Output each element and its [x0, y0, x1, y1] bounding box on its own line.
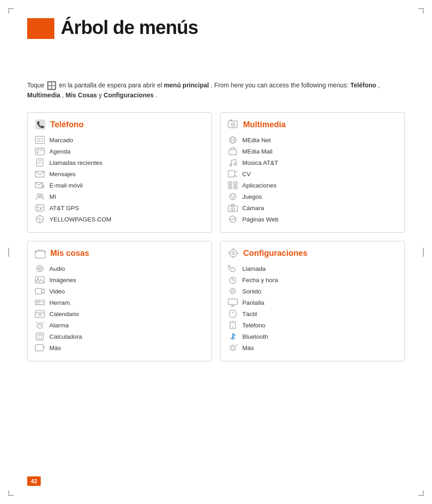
calculadora-icon [34, 332, 46, 341]
svg-point-82 [38, 337, 38, 338]
svg-point-8 [42, 141, 43, 142]
musica-label: Música AT&T [242, 159, 278, 166]
bluetooth-label: Bluetooth [242, 333, 268, 340]
menu-item-mas-conf: Más [227, 343, 398, 352]
calculadora-label: Calculadora [49, 333, 82, 340]
yellowpages-icon [34, 215, 46, 224]
svg-point-87 [41, 338, 42, 339]
corner-mark-tr [418, 8, 424, 14]
telefono-conf-label: Teléfono [242, 322, 265, 329]
svg-point-83 [39, 337, 40, 338]
llamadas-label: Llamadas recientes [49, 159, 102, 166]
menu-item-email: E-mail móvil [34, 181, 205, 190]
menu-grid: 📞 Teléfono Marcado Agenda Llamadas recie… [27, 112, 405, 361]
menu-item-medianet: MEdia Net [227, 135, 398, 144]
menu-box-multimedia: Multimedia MEdia Net MEdia Mall Música A… [220, 112, 405, 233]
mas-miscosas-icon [34, 343, 46, 352]
cv-icon [227, 169, 239, 178]
svg-point-24 [40, 194, 43, 197]
intro-text-before: Toque [27, 82, 46, 89]
svg-point-92 [232, 252, 235, 254]
multimedia-title: Multimedia [243, 120, 286, 130]
svg-rect-2 [35, 136, 44, 144]
svg-point-7 [39, 141, 41, 142]
menu-item-camara: Cámara [227, 203, 398, 212]
menu-item-alarma: Alarma [34, 321, 205, 330]
mensajes-icon [34, 169, 46, 178]
svg-line-78 [36, 322, 37, 323]
svg-point-5 [42, 139, 43, 140]
svg-point-112 [232, 326, 234, 328]
svg-marker-53 [231, 204, 235, 206]
calendario-label: Calendario [49, 311, 79, 317]
mediamall-label: MEdia Mall [242, 148, 273, 155]
svg-point-113 [230, 345, 235, 350]
mi-icon [34, 192, 46, 201]
menu-item-mediamall: MEdia Mall [227, 147, 398, 156]
side-mark-right [423, 248, 424, 257]
svg-rect-46 [228, 186, 232, 189]
menu-item-paginasweb: Páginas Web [227, 215, 398, 224]
intro-bold-miscosas: Mis Cosas [66, 91, 97, 99]
svg-text:30: 30 [38, 313, 42, 317]
svg-rect-110 [230, 322, 235, 329]
svg-line-42 [235, 171, 237, 173]
svg-text:📞: 📞 [37, 121, 45, 129]
svg-line-43 [235, 175, 237, 177]
intro-text-after: . From here you can access the following… [211, 82, 350, 89]
orange-accent-bar [27, 18, 54, 39]
menu-item-sonido: Sonido [227, 287, 398, 296]
menu-item-fechahora: 10 Fecha y hora [227, 275, 398, 284]
juegos-icon [227, 192, 239, 201]
menu-item-cv: CV [227, 169, 398, 178]
mas-conf-icon [227, 343, 239, 352]
svg-marker-67 [42, 289, 44, 293]
video-icon [34, 287, 46, 296]
pantalla-icon [227, 298, 239, 307]
svg-rect-81 [38, 334, 42, 336]
mas-miscosas-label: Más [49, 345, 61, 351]
imagenes-icon [34, 275, 46, 284]
corner-mark-bl [8, 490, 14, 496]
side-mark-left [8, 248, 9, 257]
corner-mark-br [418, 490, 424, 496]
menu-item-agenda: Agenda [34, 147, 205, 156]
alarma-label: Alarma [49, 322, 69, 329]
svg-rect-58 [35, 251, 45, 258]
menu-item-mas-miscosas: Más [34, 343, 205, 352]
intro-bold-configuraciones: Configuraciones [104, 91, 154, 99]
menu-item-calendario: 30 Calendario [34, 309, 205, 318]
title-section: Árbol de menús [27, 18, 198, 39]
menu-box-header-miscosas: Mis cosas [34, 247, 205, 259]
imagenes-label: Imágenes [49, 277, 76, 283]
herram-label: Herram. [49, 299, 72, 306]
svg-rect-104 [228, 299, 237, 305]
juegos-label: Juegos [242, 193, 262, 200]
miscosas-title: Mis cosas [50, 249, 89, 258]
camara-label: Cámara [242, 205, 264, 211]
menu-item-aplicaciones: Aplicaciones [227, 181, 398, 190]
paginasweb-icon [227, 215, 239, 224]
svg-marker-32 [230, 120, 232, 121]
menu-item-mi: MI [34, 192, 205, 201]
herram-icon [34, 298, 46, 307]
svg-point-28 [40, 208, 42, 210]
llamadas-icon [34, 158, 46, 167]
svg-rect-88 [35, 345, 43, 351]
menu-item-calculadora: Calculadora [34, 332, 205, 341]
menu-item-gps: AT&T GPS [34, 203, 205, 212]
menu-item-herram: Herram. [34, 298, 205, 307]
llamada-icon [227, 264, 239, 273]
svg-rect-14 [37, 159, 43, 166]
svg-point-4 [39, 139, 41, 140]
intro-bold-multimedia: Multimedia [27, 91, 60, 99]
mi-label: MI [49, 193, 56, 200]
video-label: Video [49, 288, 65, 295]
svg-point-49 [231, 196, 232, 197]
svg-point-103 [232, 291, 233, 292]
aplicaciones-label: Aplicaciones [242, 182, 277, 189]
fechahora-label: Fecha y hora [242, 277, 278, 283]
audio-icon [34, 264, 46, 273]
cv-label: CV [242, 171, 251, 178]
email-icon [34, 181, 46, 190]
